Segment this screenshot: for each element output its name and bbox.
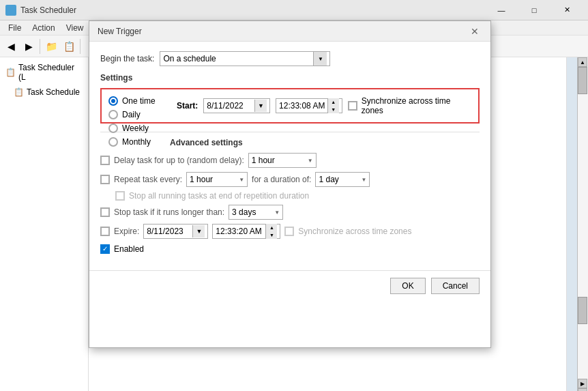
expire-checkbox[interactable] (100, 227, 110, 236)
cancel-button[interactable]: Cancel (431, 278, 480, 294)
delay-dropdown[interactable]: 1 hour ▼ (248, 153, 317, 168)
time-up-button[interactable]: ▲ (328, 98, 339, 106)
window-title: Task Scheduler (20, 5, 486, 15)
radio-one-time[interactable]: One time (108, 96, 170, 106)
maximize-button[interactable]: □ (518, 0, 550, 20)
forward-button[interactable]: ▶ (20, 38, 37, 55)
stop-running-label: Stop all running tasks at end of repetit… (129, 191, 309, 201)
close-button[interactable]: ✕ (551, 0, 583, 20)
menu-file[interactable]: File (3, 22, 27, 34)
enabled-label: Enabled (114, 244, 144, 254)
expire-time-spinners: ▲ ▼ (265, 224, 277, 239)
time-down-button[interactable]: ▼ (328, 106, 339, 113)
expire-date-input[interactable]: 8/11/2023 ▼ (143, 224, 208, 239)
stop-longer-row: Stop task if it runs longer than: 3 days… (100, 205, 480, 220)
sidebar-item-icon-0: 📋 (5, 68, 16, 77)
repeat-task-label: Repeat task every: (114, 175, 182, 184)
stop-longer-dropdown[interactable]: 3 days ▼ (229, 205, 283, 220)
minimize-button[interactable]: — (486, 0, 517, 20)
repeat-dropdown-value: 1 hour (190, 175, 236, 184)
sidebar-item-0[interactable]: 📋 Task Scheduler (L (0, 60, 88, 85)
enabled-checkbox-box: ✓ (100, 244, 110, 254)
begin-task-row: Begin the task: On a schedule ▼ (100, 51, 480, 66)
duration-dropdown[interactable]: 1 day ▼ (315, 172, 370, 187)
sync-checkbox[interactable]: Synchronize across time zones (348, 96, 471, 115)
settings-right: Start: 8/11/2022 ▼ 12:33:08 AM ▲ ▼ (177, 96, 471, 115)
enabled-row: ✓ Enabled (100, 244, 480, 254)
radio-daily[interactable]: Daily (108, 110, 170, 119)
scroll-down-button[interactable]: ▼ (578, 388, 587, 391)
folder-button[interactable]: 📁 (43, 38, 59, 55)
delay-task-label: Delay task for up to (random delay): (114, 156, 244, 165)
expire-time-down-button[interactable]: ▼ (266, 231, 277, 239)
begin-task-arrow[interactable]: ▼ (313, 52, 327, 66)
dialog-title: New Trigger (98, 27, 459, 36)
toolbar-separator-2 (80, 39, 80, 54)
expire-sync-checkbox[interactable]: Synchronize across time zones (284, 227, 411, 236)
start-time-input[interactable]: 12:33:08 AM ▲ ▼ (276, 98, 342, 113)
radio-label-monthly: Monthly (122, 137, 151, 147)
stop-running-checkbox[interactable] (115, 191, 125, 201)
radio-weekly[interactable]: Weekly (108, 124, 170, 133)
scroll-up-button[interactable]: ▲ (578, 57, 587, 67)
list-button[interactable]: 📋 (61, 38, 77, 55)
expire-checkbox-box (100, 227, 110, 236)
right-scrollbar: ▲ ▶ ▼ (577, 57, 588, 391)
menu-action[interactable]: Action (27, 22, 60, 34)
scroll-right-mid[interactable]: ▶ (578, 379, 587, 388)
stop-longer-value: 3 days (232, 207, 271, 217)
expire-time-up-button[interactable]: ▲ (266, 224, 277, 231)
radio-dot-one-time (111, 99, 115, 103)
begin-task-label: Begin the task: (100, 54, 154, 63)
back-button[interactable]: ◀ (3, 38, 19, 55)
sidebar: 📋 Task Scheduler (L 📋 Task Schedule (0, 57, 89, 391)
start-time-spinners: ▲ ▼ (327, 98, 339, 113)
duration-label: for a duration of: (252, 175, 311, 184)
scroll-thumb-top[interactable] (578, 67, 587, 94)
sidebar-item-1[interactable]: 📋 Task Schedule (0, 85, 88, 100)
start-date-value: 8/11/2022 (207, 101, 254, 111)
radio-monthly[interactable]: Monthly (108, 137, 170, 147)
title-bar-controls: — □ ✕ (486, 0, 583, 20)
radio-circle-one-time (108, 96, 118, 106)
delay-dropdown-arrow: ▼ (308, 158, 313, 164)
start-date-picker-button[interactable]: ▼ (254, 100, 267, 112)
expire-label: Expire: (114, 227, 139, 236)
radio-label-daily: Daily (122, 110, 141, 119)
settings-box: One time Daily Weekly Monthly Sta (100, 88, 480, 124)
new-trigger-dialog: New Trigger ✕ Begin the task: On a sched… (89, 20, 491, 348)
expire-date-picker-button[interactable]: ▼ (192, 225, 205, 237)
delay-checkbox[interactable] (100, 156, 110, 165)
start-date-input[interactable]: 8/11/2022 ▼ (203, 98, 270, 113)
start-label: Start: (177, 101, 198, 111)
radio-circle-daily (108, 110, 118, 119)
expire-time-input[interactable]: 12:33:20 AM ▲ ▼ (212, 224, 280, 239)
duration-dropdown-arrow: ▼ (362, 177, 367, 183)
sidebar-item-label-0: Task Scheduler (L (18, 63, 83, 82)
radio-label-weekly: Weekly (122, 124, 149, 133)
toolbar-separator (40, 39, 40, 54)
stop-longer-checkbox-box (100, 207, 110, 217)
delay-dropdown-value: 1 hour (252, 156, 305, 165)
menu-view[interactable]: View (61, 22, 89, 34)
begin-task-combo[interactable]: On a schedule ▼ (160, 51, 330, 66)
sync-checkbox-box (348, 101, 357, 111)
sidebar-item-label-1: Task Schedule (27, 87, 80, 97)
ok-button[interactable]: OK (390, 278, 425, 294)
repeat-dropdown[interactable]: 1 hour ▼ (186, 172, 248, 187)
enabled-checkbox[interactable]: ✓ Enabled (100, 244, 144, 254)
expire-row: Expire: 8/11/2023 ▼ 12:33:20 AM ▲ ▼ Sync… (100, 224, 480, 239)
stop-running-checkbox-box (115, 191, 125, 201)
expire-date-value: 8/11/2023 (147, 227, 192, 236)
sidebar-item-icon-1: 📋 (14, 87, 24, 97)
stop-longer-arrow: ▼ (274, 209, 280, 216)
dialog-close-button[interactable]: ✕ (459, 21, 490, 42)
title-bar: Task Scheduler — □ ✕ (0, 0, 588, 20)
start-time-value: 12:33:08 AM (279, 101, 327, 111)
dialog-body: Begin the task: On a schedule ▼ Settings… (89, 42, 490, 267)
sync-checkbox-label: Synchronize across time zones (362, 96, 471, 115)
scroll-thumb-bottom[interactable] (578, 297, 587, 324)
repeat-checkbox-box (100, 175, 110, 184)
repeat-checkbox[interactable] (100, 175, 110, 184)
stop-longer-checkbox[interactable] (100, 207, 110, 217)
